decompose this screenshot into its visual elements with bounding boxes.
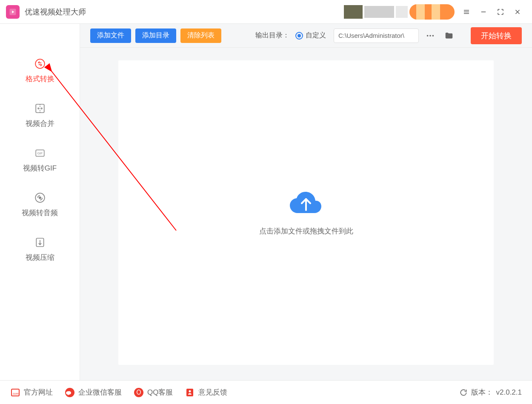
- feedback-icon: [185, 387, 195, 398]
- sidebar-item-label: 格式转换: [26, 74, 54, 84]
- svg-point-18: [427, 35, 429, 37]
- open-folder-button[interactable]: [442, 28, 456, 43]
- svg-text:.com: .com: [12, 392, 18, 395]
- toolbar: 添加文件 添加目录 清除列表 输出目录： 自定义 开始转换: [80, 24, 532, 48]
- more-options-button[interactable]: [423, 28, 438, 43]
- sidebar-item-label: 视频合并: [26, 119, 54, 128]
- file-drop-zone[interactable]: 点击添加文件或拖拽文件到此: [118, 60, 494, 365]
- sidebar-item-label: 视频转GIF: [23, 163, 57, 173]
- footer-link-label: 官方网址: [24, 387, 53, 397]
- titlebar: 优速视频处理大师: [0, 0, 532, 24]
- website-icon: .com: [10, 387, 20, 398]
- app-title: 优速视频处理大师: [25, 7, 86, 17]
- footer: .com 官方网址 企业微信客服 QQ客服 意见反馈 版本： v2.0.2.1: [0, 380, 532, 404]
- sidebar: 格式转换 视频合并 GIF 视频转GIF 视频转音频 视频压缩: [0, 24, 80, 380]
- add-file-button[interactable]: 添加文件: [90, 28, 131, 43]
- qq-support-link[interactable]: QQ客服: [134, 387, 173, 398]
- footer-link-label: QQ客服: [147, 387, 173, 397]
- content-area: 点击添加文件或拖拽文件到此: [80, 48, 532, 380]
- svg-point-19: [429, 35, 431, 37]
- svg-point-16: [39, 197, 40, 199]
- svg-text:GIF: GIF: [37, 151, 43, 155]
- sidebar-item-video-compress[interactable]: 视频压缩: [0, 236, 80, 262]
- svg-point-29: [189, 390, 191, 392]
- output-dir-label: 输出目录：: [255, 31, 289, 40]
- svg-point-27: [137, 390, 140, 394]
- drop-zone-hint: 点击添加文件或拖拽文件到此: [259, 226, 353, 236]
- svg-point-10: [35, 59, 45, 68]
- refresh-icon: [459, 388, 468, 397]
- menu-button[interactable]: [458, 3, 475, 20]
- close-button[interactable]: [509, 3, 526, 20]
- minimize-button[interactable]: [475, 3, 492, 20]
- qq-icon: [134, 387, 144, 398]
- footer-link-label: 企业微信客服: [78, 387, 122, 397]
- version-info[interactable]: 版本： v2.0.2.1: [459, 387, 522, 397]
- compress-icon: [34, 236, 46, 248]
- sidebar-item-video-merge[interactable]: 视频合并: [0, 102, 80, 128]
- maximize-button[interactable]: [492, 3, 509, 20]
- svg-point-20: [432, 35, 434, 37]
- add-directory-button[interactable]: 添加目录: [135, 28, 176, 43]
- main-panel: 添加文件 添加目录 清除列表 输出目录： 自定义 开始转换: [80, 24, 532, 380]
- merge-icon: [34, 102, 46, 114]
- audio-icon: [34, 192, 46, 204]
- feedback-link[interactable]: 意见反馈: [185, 387, 227, 398]
- sidebar-item-label: 视频转音频: [22, 208, 58, 218]
- convert-icon: [34, 58, 46, 70]
- app-logo: [6, 5, 20, 19]
- upload-cloud-icon: [289, 190, 323, 217]
- wechat-icon: [65, 387, 75, 398]
- svg-rect-28: [186, 389, 193, 396]
- sidebar-item-video-to-gif[interactable]: GIF 视频转GIF: [0, 147, 80, 173]
- start-convert-button[interactable]: 开始转换: [471, 27, 522, 44]
- output-path-input[interactable]: [334, 28, 419, 43]
- radio-icon: [295, 32, 303, 40]
- gif-icon: GIF: [34, 147, 46, 159]
- sidebar-item-label: 视频压缩: [26, 253, 54, 262]
- output-custom-radio[interactable]: 自定义: [295, 31, 326, 40]
- wechat-support-link[interactable]: 企业微信客服: [65, 387, 122, 398]
- clear-list-button[interactable]: 清除列表: [180, 28, 221, 43]
- official-site-link[interactable]: .com 官方网址: [10, 387, 53, 398]
- version-label: 版本：: [471, 387, 493, 397]
- radio-label: 自定义: [306, 31, 326, 40]
- sidebar-item-format-convert[interactable]: 格式转换: [0, 58, 80, 84]
- user-area-obscured: [344, 3, 455, 20]
- sidebar-item-video-to-audio[interactable]: 视频转音频: [0, 192, 80, 218]
- version-value: v2.0.2.1: [496, 388, 522, 397]
- footer-link-label: 意见反馈: [198, 387, 227, 397]
